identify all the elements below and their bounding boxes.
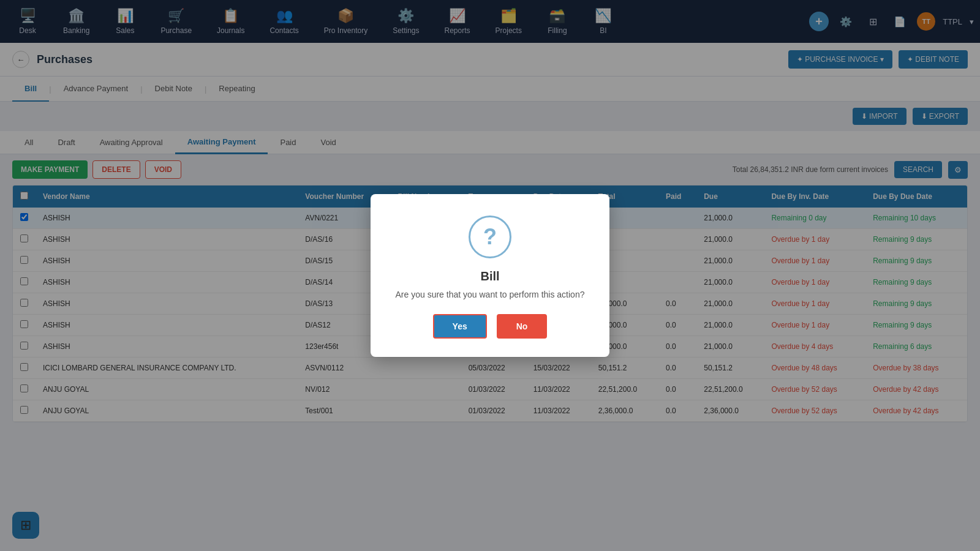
modal-yes-button[interactable]: Yes (433, 314, 487, 339)
modal-box: ? Bill Are you sure that you want to per… (371, 194, 609, 357)
modal-buttons: Yes No (433, 314, 548, 339)
modal-overlay: ? Bill Are you sure that you want to per… (0, 0, 980, 551)
modal-title: Bill (480, 269, 499, 283)
modal-no-button[interactable]: No (497, 314, 548, 339)
modal-message: Are you sure that you want to perform th… (396, 290, 585, 299)
modal-question-icon: ? (469, 216, 511, 258)
